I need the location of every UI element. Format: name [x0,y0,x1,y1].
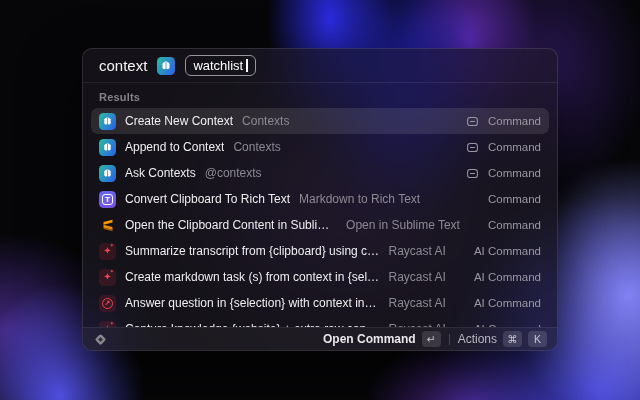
raycast-logo-icon [93,332,108,347]
contexts-brain-icon [157,57,175,75]
search-tag-watchlist[interactable]: watchlist [185,55,255,76]
cmd-key-icon: ⌘ [503,331,522,347]
result-subtitle: Open in Sublime Text [346,218,460,232]
results-list: Create New Context Contexts Command Appe… [83,106,557,327]
result-type-label: AI Command [474,297,541,309]
actions-label: Actions [458,332,497,346]
sublime-icon [99,217,116,234]
result-subtitle: Raycast AI [389,244,446,258]
result-type-label: AI Command [474,245,541,257]
results-section-header: Results [83,83,557,106]
richtext-t-icon: T [99,191,116,208]
result-title: Open the Clipboard Content in Sublime Te… [125,218,337,232]
list-item[interactable]: T Convert Clipboard To Rich Text Markdow… [91,186,549,212]
actions-button[interactable]: Actions ⌘ K [458,331,547,347]
result-title: Answer question in {selection} with cont… [125,296,380,310]
list-item[interactable]: ✦✦ Create markdown task (s) from context… [91,264,549,290]
contexts-brain-icon [99,113,116,130]
list-item[interactable]: ↗ Answer question in {selection} with co… [91,290,549,316]
result-type-label: Command [488,141,541,153]
open-command-label: Open Command [323,332,416,346]
result-title: Create New Context [125,114,233,128]
footer-divider [449,334,450,345]
keyboard-icon [466,115,479,128]
list-item[interactable]: ✦✦ Summarize transcript from {clipboard}… [91,238,549,264]
result-type-label: AI Command [474,271,541,283]
keyboard-icon [466,167,479,180]
search-tag-label: watchlist [193,58,243,73]
list-item[interactable]: Create New Context Contexts Command [91,108,549,134]
list-item[interactable]: ✦✦ Capture knowledge {website} + extra r… [91,316,549,327]
ai-sparkle-icon: ✦✦ [99,269,116,286]
result-subtitle: Contexts [233,140,280,154]
ai-target-icon: ↗ [99,295,116,312]
result-subtitle: Raycast AI [389,296,446,310]
ai-sparkle-icon: ✦✦ [99,243,116,260]
footer-bar: Open Command ↵ Actions ⌘ K [83,327,557,350]
result-subtitle: @contexts [205,166,262,180]
result-title: Convert Clipboard To Rich Text [125,192,290,206]
contexts-brain-icon [99,165,116,182]
launcher-window: context watchlist Results Create New Con… [82,48,558,351]
k-key-icon: K [528,331,547,347]
result-title: Summarize transcript from {clipboard} us… [125,244,380,258]
keyboard-icon [466,141,479,154]
list-item[interactable]: Append to Context Contexts Command [91,134,549,160]
result-type-label: Command [488,193,541,205]
result-title: Create markdown task (s) from context in… [125,270,380,284]
result-type-label: Command [488,115,541,127]
return-key-icon: ↵ [422,331,441,347]
list-item[interactable]: Open the Clipboard Content in Sublime Te… [91,212,549,238]
result-title: Ask Contexts [125,166,196,180]
result-type-label: Command [488,219,541,231]
text-caret [246,59,248,72]
ai-sparkle-icon: ✦✦ [99,321,116,328]
open-command-button[interactable]: Open Command ↵ [323,331,441,347]
contexts-brain-icon [99,139,116,156]
result-type-label: Command [488,167,541,179]
list-item[interactable]: Ask Contexts @contexts Command [91,160,549,186]
search-input[interactable]: context watchlist [83,49,557,83]
result-subtitle: Markdown to Rich Text [299,192,420,206]
result-subtitle: Contexts [242,114,289,128]
result-subtitle: Raycast AI [389,270,446,284]
search-query-text: context [99,57,147,74]
result-title: Append to Context [125,140,224,154]
